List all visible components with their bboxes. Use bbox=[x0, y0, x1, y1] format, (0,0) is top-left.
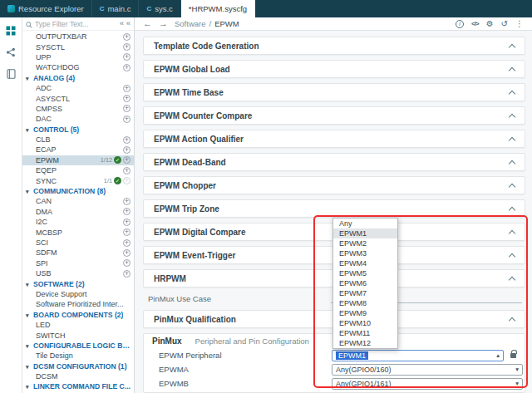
tree-item-clb[interactable]: CLB bbox=[22, 135, 134, 145]
tree-item-tile-design[interactable]: Tile Design bbox=[22, 351, 134, 361]
tree-item-dac[interactable]: DAC bbox=[22, 114, 134, 124]
dropdown-option-epwm1[interactable]: EPWM1 bbox=[333, 228, 397, 238]
epwm-peripheral-select[interactable]: EPWM1▴ bbox=[332, 350, 504, 361]
tree-category-configurable-logic-bl[interactable]: CONFIGURABLE LOGIC BL... bbox=[22, 341, 134, 351]
add-instance-button[interactable] bbox=[123, 156, 131, 164]
forward-arrow-icon[interactable]: → bbox=[159, 19, 168, 28]
section-epwm-counter-compare[interactable]: EPWM Counter Compare bbox=[143, 106, 525, 125]
tree-item-i2c[interactable]: I2C bbox=[22, 217, 134, 227]
dropdown-option-epwm7[interactable]: EPWM7 bbox=[333, 288, 397, 298]
breadcrumb-root[interactable]: Software bbox=[175, 19, 206, 28]
tab-resource-explorer[interactable]: Resource Explorer bbox=[0, 0, 92, 17]
add-instance-button[interactable] bbox=[123, 270, 131, 278]
add-instance-button[interactable] bbox=[123, 85, 131, 92]
book-icon[interactable] bbox=[7, 69, 16, 79]
add-instance-button[interactable] bbox=[123, 64, 131, 71]
section-title: Template Code Generation bbox=[154, 42, 259, 51]
tree-item-outputxbar[interactable]: OUTPUTXBAR bbox=[22, 32, 134, 42]
tree-item-adc[interactable]: ADC bbox=[22, 83, 134, 93]
dropdown-option-any[interactable]: Any bbox=[333, 219, 397, 228]
add-instance-button[interactable] bbox=[123, 198, 131, 205]
kebab-menu-icon[interactable]: ⋮ bbox=[515, 20, 524, 28]
dropdown-option-epwm10[interactable]: EPWM10 bbox=[333, 318, 397, 328]
tree-category-analog-4[interactable]: ANALOG (4) bbox=[22, 73, 134, 83]
dropdown-option-epwm8[interactable]: EPWM8 bbox=[333, 298, 397, 308]
tree-category-board-components-2[interactable]: BOARD COMPONENTS (2) bbox=[22, 310, 134, 320]
tree-item-dma[interactable]: DMA bbox=[22, 207, 134, 217]
tree-item-led[interactable]: LED bbox=[22, 320, 134, 330]
tree-item-ecap[interactable]: ECAP bbox=[22, 145, 134, 155]
tree-item-sci[interactable]: SCI bbox=[22, 238, 134, 248]
dropdown-option-epwm11[interactable]: EPWM11 bbox=[333, 328, 397, 338]
info-icon[interactable]: i bbox=[456, 20, 464, 28]
dropdown-option-epwm2[interactable]: EPWM2 bbox=[333, 238, 397, 248]
tree-item-dcsm[interactable]: DCSM bbox=[22, 371, 134, 381]
section-epwm-trip-zone[interactable]: EPWM Trip Zone bbox=[143, 199, 525, 218]
tree-category-control-5[interactable]: CONTROL (5) bbox=[22, 125, 134, 135]
tree-item-watchdog[interactable]: WATCHDOG bbox=[22, 62, 134, 72]
code-icon[interactable]: </> bbox=[471, 21, 479, 27]
tree-item-upp[interactable]: UPP bbox=[22, 52, 134, 62]
epwma-select[interactable]: Any(GPIO0/160)▾ bbox=[332, 364, 523, 376]
dropdown-option-epwm4[interactable]: EPWM4 bbox=[333, 258, 397, 268]
tree-item-software-prioritized-inter[interactable]: Software Prioritized Inter... bbox=[22, 299, 134, 309]
add-instance-button[interactable] bbox=[123, 239, 131, 247]
tree-category-software-2[interactable]: SOFTWARE (2) bbox=[22, 278, 134, 288]
add-instance-button[interactable] bbox=[123, 136, 131, 144]
tree-category-dcsm-configuration-1[interactable]: DCSM CONFIGURATION (1) bbox=[22, 361, 134, 371]
tree-item-asysctl[interactable]: ASYSCTL bbox=[22, 93, 134, 103]
gear-icon[interactable]: ⚙ bbox=[486, 20, 494, 28]
tree-item-cmpss[interactable]: CMPSS bbox=[22, 104, 134, 114]
tree-item-switch[interactable]: SWITCH bbox=[22, 330, 134, 340]
filter-input[interactable] bbox=[35, 20, 117, 28]
history-icon[interactable]: ↺ bbox=[501, 20, 508, 28]
tree-item-sdfm[interactable]: SDFM bbox=[22, 248, 134, 258]
back-arrow-icon[interactable]: ← bbox=[143, 19, 152, 28]
tree-item-spi[interactable]: SPI bbox=[22, 258, 134, 268]
add-instance-button[interactable] bbox=[123, 249, 131, 257]
add-instance-button[interactable] bbox=[123, 146, 131, 154]
tree-item-mcbsp[interactable]: MCBSP bbox=[22, 227, 134, 237]
tree-item-can[interactable]: CAN bbox=[22, 196, 134, 206]
tree-item-label: DAC bbox=[36, 115, 52, 123]
collapse-all-icon[interactable]: « bbox=[120, 20, 124, 27]
chevron-up-icon bbox=[509, 66, 515, 73]
add-instance-button[interactable] bbox=[123, 95, 131, 102]
share-icon[interactable] bbox=[6, 47, 16, 57]
section-epwm-time-base[interactable]: EPWM Time Base bbox=[143, 83, 525, 101]
dropdown-option-epwm12[interactable]: EPWM12 bbox=[333, 338, 397, 348]
add-instance-button[interactable] bbox=[123, 228, 131, 236]
add-instance-button[interactable] bbox=[123, 259, 131, 267]
add-instance-button[interactable] bbox=[123, 53, 131, 61]
collapse-panel-icon[interactable]: « bbox=[126, 20, 131, 27]
tree-category-communication-8[interactable]: COMMUNICATION (8) bbox=[22, 186, 134, 196]
tree-item-sync[interactable]: SYNC1/1 bbox=[22, 175, 134, 185]
section-epwm-dead-band[interactable]: EPWM Dead-Band bbox=[143, 153, 525, 171]
apps-icon[interactable] bbox=[6, 26, 16, 36]
add-instance-button[interactable] bbox=[123, 208, 131, 215]
dropdown-option-epwm6[interactable]: EPWM6 bbox=[333, 278, 397, 288]
tree-item-epwm[interactable]: EPWM1/12 bbox=[22, 155, 134, 165]
add-instance-button[interactable] bbox=[123, 167, 131, 174]
epwmb-select[interactable]: Any(GPIO1/161)▾ bbox=[332, 378, 523, 390]
add-instance-button[interactable] bbox=[123, 105, 131, 112]
section-epwm-chopper[interactable]: EPWM Chopper bbox=[143, 176, 525, 194]
tree-item-eqep[interactable]: EQEP bbox=[22, 165, 134, 175]
section-epwm-global-load[interactable]: EPWM Global Load bbox=[143, 60, 525, 78]
tab-hrpwm-syscfg[interactable]: *HRPWM.syscfg bbox=[181, 0, 255, 17]
tree-category-linker-command-file-c[interactable]: LINKER COMMAND FILE C... bbox=[22, 381, 134, 391]
dropdown-option-epwm5[interactable]: EPWM5 bbox=[333, 268, 397, 278]
add-instance-button[interactable] bbox=[123, 43, 131, 51]
section-epwm-action-qualifier[interactable]: EPWM Action Qualifier bbox=[143, 130, 525, 148]
add-instance-button[interactable] bbox=[123, 115, 131, 123]
tree-item-usb[interactable]: USB bbox=[22, 268, 134, 278]
tree-item-device-support[interactable]: Device Support bbox=[22, 289, 134, 299]
section-template-code-generation[interactable]: Template Code Generation bbox=[143, 37, 525, 55]
dropdown-option-epwm9[interactable]: EPWM9 bbox=[333, 308, 397, 318]
tab-main-c[interactable]: Cmain.c bbox=[92, 0, 140, 17]
tree-item-sysctl[interactable]: SYSCTL bbox=[22, 42, 134, 52]
add-instance-button[interactable] bbox=[123, 33, 131, 41]
add-instance-button[interactable] bbox=[123, 219, 131, 226]
tab-sys-c[interactable]: Csys.c bbox=[139, 0, 180, 17]
dropdown-option-epwm3[interactable]: EPWM3 bbox=[333, 248, 397, 258]
